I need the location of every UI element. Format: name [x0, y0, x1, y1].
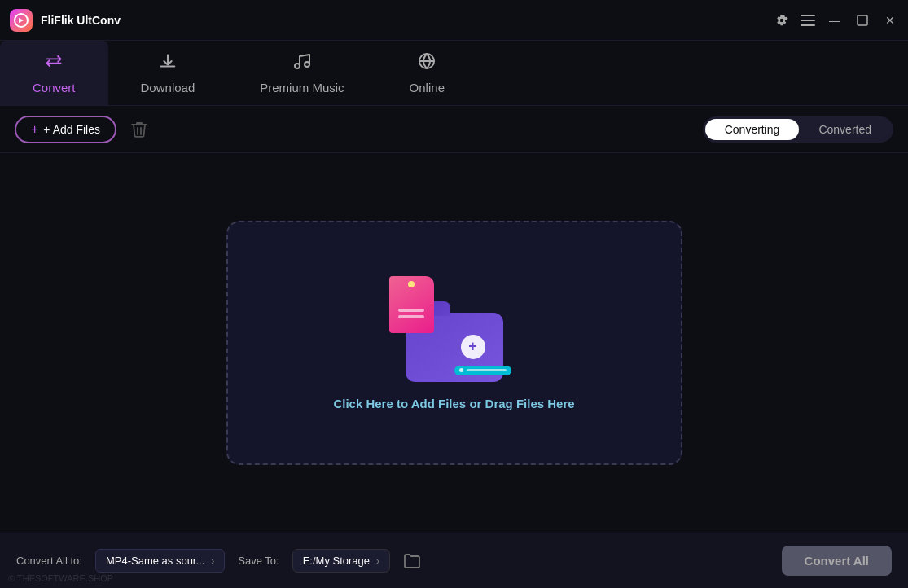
tab-convert-label: Convert — [33, 81, 76, 94]
bottom-bar: Convert All to: MP4-Same as sour... › Sa… — [0, 533, 908, 588]
chevron-right-icon: › — [211, 555, 214, 567]
doc-small — [389, 276, 434, 333]
delete-button[interactable] — [125, 117, 154, 142]
convert-icon — [44, 51, 64, 76]
tab-convert[interactable]: Convert — [0, 41, 108, 105]
music-icon — [292, 51, 312, 76]
nav-tabs: Convert Download Premium Music Onli — [0, 41, 908, 106]
doc-lines — [398, 309, 424, 318]
svg-rect-1 — [801, 15, 815, 16]
drop-zone-text: Click Here to Add Files or Drag Files He… — [333, 397, 574, 410]
main-content: + Click Here to Add Files or Drag Files … — [0, 153, 908, 533]
converted-toggle-button[interactable]: Converted — [799, 119, 891, 140]
converting-toggle-button[interactable]: Converting — [705, 119, 800, 140]
status-toggle: Converting Converted — [703, 116, 893, 143]
svg-rect-2 — [801, 20, 815, 21]
minimize-button[interactable]: — — [827, 12, 843, 29]
browse-folder-button[interactable] — [403, 553, 421, 569]
strip-line — [467, 369, 507, 371]
folder-plus-icon: + — [461, 335, 485, 359]
svg-rect-4 — [858, 15, 867, 25]
folder-illustration: + — [389, 276, 520, 382]
convert-all-to-label: Convert All to: — [16, 555, 82, 567]
tab-online[interactable]: Online — [377, 41, 477, 105]
add-files-label: + Add Files — [43, 123, 100, 136]
svg-point-6 — [305, 62, 309, 67]
chevron-right-path-icon: › — [376, 555, 379, 567]
titlebar-controls: — ✕ — [774, 12, 898, 29]
tab-download-label: Download — [141, 81, 195, 94]
tab-download[interactable]: Download — [108, 41, 228, 105]
add-icon: + — [31, 122, 38, 137]
convert-all-button[interactable]: Convert All — [782, 546, 892, 576]
drop-zone-cta: Click Here to Add Files or Drag Files He… — [333, 397, 574, 410]
maximize-button[interactable] — [854, 12, 871, 29]
menu-icon[interactable] — [801, 13, 815, 28]
svg-rect-3 — [801, 24, 815, 26]
format-value: MP4-Same as sour... — [106, 555, 204, 567]
doc-line — [398, 315, 424, 318]
drop-zone[interactable]: + Click Here to Add Files or Drag Files … — [226, 221, 682, 465]
tab-premium-music-label: Premium Music — [260, 81, 344, 94]
settings-icon[interactable] — [774, 13, 789, 28]
app-logo — [10, 9, 33, 32]
path-value: E:/My Storage — [303, 555, 370, 567]
save-to-label: Save To: — [238, 555, 279, 567]
tab-premium-music[interactable]: Premium Music — [227, 41, 376, 105]
toolbar: + + Add Files Converting Converted — [0, 106, 908, 153]
tab-online-label: Online — [410, 81, 445, 94]
doc-line — [398, 309, 424, 312]
add-files-button[interactable]: + + Add Files — [15, 116, 116, 143]
download-icon — [158, 51, 178, 76]
titlebar: FliFlik UltConv — ✕ — [0, 0, 908, 41]
format-selector[interactable]: MP4-Same as sour... › — [95, 549, 225, 573]
globe-icon — [417, 51, 436, 76]
path-selector[interactable]: E:/My Storage › — [292, 549, 390, 573]
strip-dot — [459, 368, 463, 372]
folder-strip — [454, 366, 511, 375]
app-title: FliFlik UltConv — [41, 14, 774, 27]
close-button[interactable]: ✕ — [882, 12, 898, 29]
svg-point-5 — [295, 64, 300, 68]
